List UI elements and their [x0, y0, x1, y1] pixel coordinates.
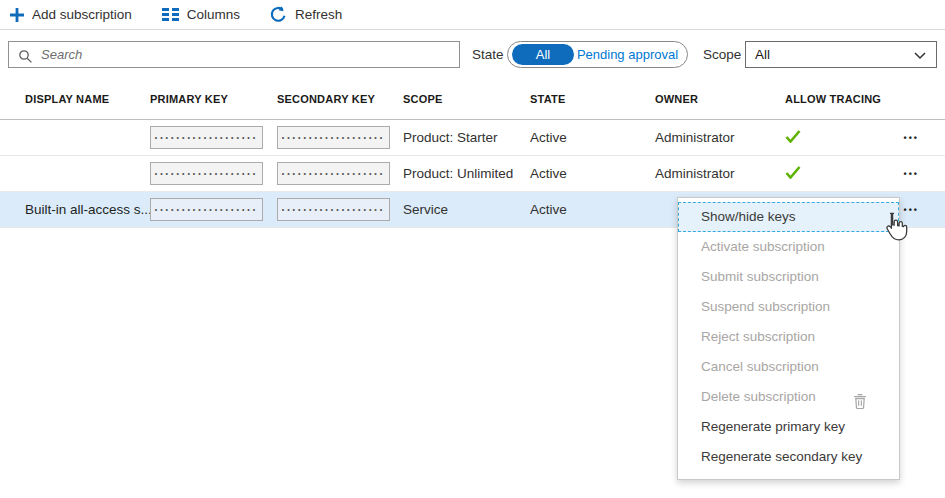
- table-row[interactable]: ••••••••••••••••••• ••••••••••••••••••• …: [0, 120, 945, 156]
- table-header: DISPLAY NAME PRIMARY KEY SECONDARY KEY S…: [0, 78, 945, 120]
- refresh-button[interactable]: Refresh: [270, 6, 342, 23]
- filter-bar: State All Pending approval Scope All: [0, 31, 945, 78]
- header-allow-tracing: ALLOW TRACING: [785, 93, 895, 105]
- allow-tracing-check-icon: [785, 130, 895, 146]
- menu-item-suspend-subscription: Suspend subscription: [678, 292, 899, 322]
- primary-key-masked: •••••••••••••••••••: [150, 198, 263, 221]
- state-option-pending-approval[interactable]: Pending approval: [574, 47, 687, 62]
- columns-label: Columns: [187, 7, 240, 22]
- subscriptions-page: Add subscription Columns Refresh State A…: [0, 0, 945, 498]
- add-subscription-button[interactable]: Add subscription: [10, 7, 132, 22]
- columns-button[interactable]: Columns: [162, 7, 240, 22]
- plus-icon: [10, 8, 24, 22]
- add-subscription-label: Add subscription: [32, 7, 132, 22]
- cell-state: Active: [530, 166, 655, 181]
- scope-filter-label: Scope: [703, 47, 741, 62]
- row-more-button[interactable]: •••: [904, 133, 919, 143]
- command-bar: Add subscription Columns Refresh: [0, 0, 945, 30]
- cell-display-name: Built-in all-access s...: [25, 202, 150, 217]
- row-more-button[interactable]: •••: [904, 169, 919, 179]
- state-filter-label: State: [472, 47, 504, 62]
- cursor-pointer-icon: [881, 211, 908, 246]
- cell-scope: Product: Starter: [403, 130, 530, 145]
- primary-key-masked: •••••••••••••••••••: [150, 126, 263, 149]
- refresh-label: Refresh: [295, 7, 342, 22]
- header-scope: SCOPE: [403, 93, 530, 105]
- cell-state: Active: [530, 130, 655, 145]
- state-toggle: All Pending approval: [507, 41, 688, 68]
- menu-item-regenerate-primary-key[interactable]: Regenerate primary key: [678, 412, 899, 442]
- primary-key-masked: •••••••••••••••••••: [150, 162, 263, 185]
- search-box: [8, 41, 460, 68]
- chevron-down-icon: [914, 52, 926, 60]
- table-row[interactable]: ••••••••••••••••••• ••••••••••••••••••• …: [0, 156, 945, 192]
- header-state: STATE: [530, 93, 655, 105]
- menu-item-activate-subscription: Activate subscription: [678, 232, 899, 262]
- menu-item-regenerate-secondary-key[interactable]: Regenerate secondary key: [678, 442, 899, 472]
- menu-item-delete-subscription: Delete subscription: [678, 382, 899, 412]
- state-option-all[interactable]: All: [512, 44, 574, 65]
- secondary-key-masked: •••••••••••••••••••: [277, 126, 390, 149]
- header-owner: OWNER: [655, 93, 785, 105]
- menu-item-cancel-subscription: Cancel subscription: [678, 352, 899, 382]
- cell-owner: Administrator: [655, 130, 785, 145]
- row-context-menu: Show/hide keys Activate subscription Sub…: [677, 197, 900, 480]
- cell-scope: Product: Unlimited: [403, 166, 530, 181]
- cell-scope: Service: [403, 202, 530, 217]
- scope-select[interactable]: All: [745, 41, 937, 68]
- secondary-key-masked: •••••••••••••••••••: [277, 198, 390, 221]
- secondary-key-masked: •••••••••••••••••••: [277, 162, 390, 185]
- menu-item-reject-subscription: Reject subscription: [678, 322, 899, 352]
- columns-icon: [162, 8, 179, 21]
- cell-owner: Administrator: [655, 166, 785, 181]
- scope-select-value: All: [755, 47, 770, 62]
- header-display-name: DISPLAY NAME: [25, 93, 150, 105]
- header-secondary-key: SECONDARY KEY: [277, 93, 403, 105]
- cell-state: Active: [530, 202, 655, 217]
- refresh-icon: [270, 6, 287, 23]
- allow-tracing-check-icon: [785, 166, 895, 182]
- header-primary-key: PRIMARY KEY: [150, 93, 277, 105]
- menu-item-show-hide-keys[interactable]: Show/hide keys: [678, 202, 899, 232]
- menu-item-submit-subscription: Submit subscription: [678, 262, 899, 292]
- search-input[interactable]: [9, 42, 459, 67]
